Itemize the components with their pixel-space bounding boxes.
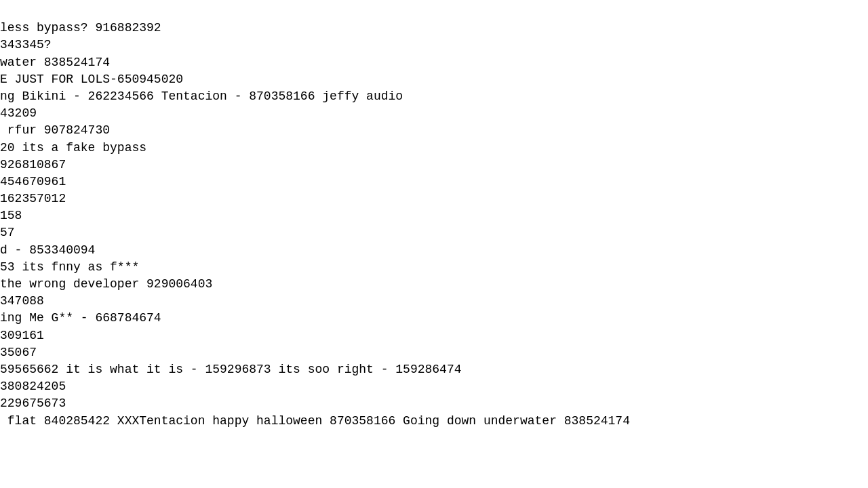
console-line: water 838524174 (0, 54, 868, 71)
console-line: flat 840285422 XXXTentacion happy hallow… (0, 413, 868, 430)
console-line: 158 (0, 207, 868, 224)
console-line: 43209 (0, 105, 868, 122)
console-line: d - 853340094 (0, 242, 868, 259)
console-line: 347088 (0, 293, 868, 310)
console-line: 380824205 (0, 378, 868, 395)
console-line: ing Me G** - 668784674 (0, 310, 868, 327)
console-line: 454670961 (0, 174, 868, 190)
console-line: 20 its a fake bypass (0, 140, 868, 157)
console-line: 229675673 (0, 395, 868, 412)
console-line: rfur 907824730 (0, 122, 868, 139)
console-line: ng Bikini - 262234566 Tentacion - 870358… (0, 88, 868, 105)
console-line: 53 its fnny as f*** (0, 259, 868, 276)
console-line: 57 (0, 224, 868, 241)
console-line: 59565662 it is what it is - 159296873 it… (0, 361, 868, 378)
console-line: 309161 (0, 327, 868, 344)
console-line: 343345? (0, 37, 868, 54)
console-line: 35067 (0, 344, 868, 361)
console-line: 926810867 (0, 157, 868, 174)
console-line: the wrong developer 929006403 (0, 276, 868, 293)
console-line: less bypass? 916882392 (0, 20, 868, 37)
console-line: 162357012 (0, 190, 868, 207)
console-output: less bypass? 916882392343345?water 83852… (0, 3, 868, 430)
console-line: E JUST FOR LOLS-650945020 (0, 71, 868, 88)
